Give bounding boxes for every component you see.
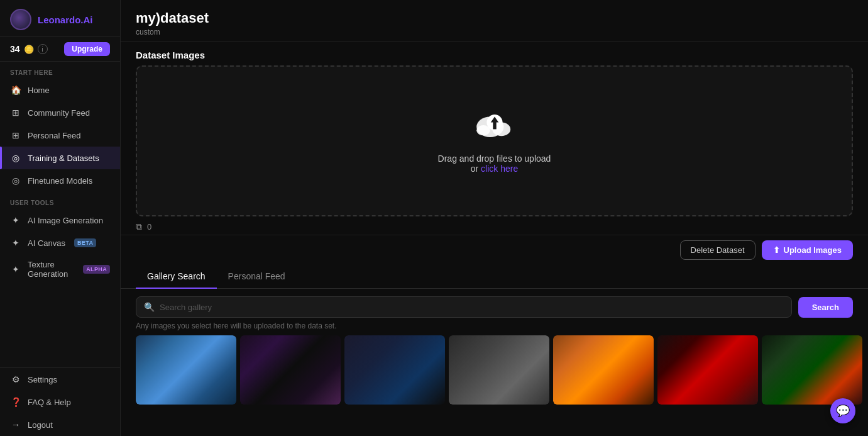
ai-canvas-icon: ✦ [10,237,21,249]
community-feed-icon: ⊞ [10,107,21,118]
tab-gallery-search[interactable]: Gallery Search [136,265,217,289]
credits-count: 34 [10,44,20,54]
gallery-image-4[interactable] [449,335,549,405]
tab-personal-feed[interactable]: Personal Feed [217,265,297,289]
search-row: 🔍 Search [121,289,868,321]
sidebar-item-finetuned-models[interactable]: ◎ Finetuned Models [0,169,120,192]
sidebar-header: Leonardo.Ai [0,0,120,37]
search-input[interactable] [160,303,784,312]
upgrade-button[interactable]: Upgrade [64,42,110,56]
gallery-image-1[interactable] [136,335,236,405]
sidebar-item-label: Personal Feed [28,131,81,140]
gallery-image-7-placeholder [762,335,862,405]
logo-suffix: .Ai [80,14,92,25]
sidebar-item-personal-feed[interactable]: ⊞ Personal Feed [0,124,120,147]
cloud-upload-icon [472,108,517,143]
gallery-image-5-placeholder [553,335,654,405]
upload-images-button[interactable]: ⬆ Upload Images [762,240,853,260]
beta-badge: BETA [74,238,96,247]
sidebar-item-logout[interactable]: → Logout [0,413,120,436]
sidebar-item-texture-generation[interactable]: ✦ Texture Generation ALPHA [0,254,120,284]
gallery-image-6-placeholder [657,335,758,405]
texture-generation-icon: ✦ [10,264,21,275]
sidebar-item-label: Finetuned Models [28,176,92,186]
sidebar-item-label: AI Canvas [28,238,65,248]
home-icon: 🏠 [10,84,21,96]
click-here-link[interactable]: click here [481,164,518,174]
search-hint: Any images you select here will be uploa… [121,321,868,335]
svg-rect-5 [493,121,496,130]
sidebar-item-training-datasets[interactable]: ◎ Training & Datasets [0,147,120,169]
image-count: 0 [147,222,151,232]
section-title: Dataset Images [121,42,868,65]
sidebar-item-label: Texture Generation [28,260,74,279]
gallery-image-1-placeholder [136,335,236,405]
upload-icon-container [472,108,517,146]
gallery-image-3[interactable] [344,335,445,405]
upload-footer: ⧉ 0 [121,216,868,235]
page-header: my)dataset custom [121,0,868,42]
logout-icon: → [10,419,21,430]
copy-icon[interactable]: ⧉ [136,221,142,232]
sidebar-item-label: Training & Datasets [28,154,99,163]
main-content: my)dataset custom Dataset Images Drag an… [121,0,868,436]
sidebar-item-community-feed[interactable]: ⊞ Community Feed [0,101,120,124]
gallery-image-4-placeholder [449,335,549,405]
finetuned-models-icon: ◎ [10,175,21,186]
sidebar-item-home[interactable]: 🏠 Home [0,79,120,101]
page-title: my)dataset [136,10,853,26]
upload-icon-small: ⬆ [773,245,780,255]
gallery-image-5[interactable] [553,335,654,405]
faq-icon: ❓ [10,396,21,408]
sidebar-item-label: Home [28,86,50,95]
sidebar-item-ai-canvas[interactable]: ✦ AI Canvas BETA [0,232,120,254]
gallery-image-2-placeholder [240,335,341,405]
actions-row: Delete Dataset ⬆ Upload Images [121,235,868,265]
gallery-image-3-placeholder [344,335,445,405]
sidebar-item-label: FAQ & Help [28,398,71,407]
upload-area[interactable]: Drag and drop files to upload or click h… [136,65,853,216]
tabs-row: Gallery Search Personal Feed [121,265,868,289]
sidebar: Leonardo.Ai 34 🪙 i Upgrade Start Here 🏠 … [0,0,121,436]
sidebar-item-label: Community Feed [28,108,90,118]
delete-dataset-button[interactable]: Delete Dataset [680,240,755,260]
sidebar-item-ai-image-generation[interactable]: ✦ AI Image Generation [0,209,120,232]
gallery-image-2[interactable] [240,335,341,405]
avatar [10,9,31,30]
image-grid [121,335,868,436]
info-icon[interactable]: i [38,44,48,54]
sidebar-item-label: Logout [28,420,53,430]
sidebar-item-label: Settings [28,375,57,384]
sidebar-item-settings[interactable]: ⚙ Settings [0,368,120,391]
sidebar-item-label: AI Image Generation [28,216,103,225]
search-button[interactable]: Search [798,297,853,318]
coin-icon: 🪙 [24,45,34,54]
personal-feed-icon: ⊞ [10,130,21,141]
upload-text: Drag and drop files to upload or click h… [438,154,551,174]
logo-name: Leonardo [38,14,80,25]
upload-label: Upload Images [784,245,842,255]
sidebar-bottom: ⚙ Settings ❓ FAQ & Help → Logout [0,367,120,436]
sidebar-section-start: Start Here [0,62,120,79]
sidebar-item-faq-help[interactable]: ❓ FAQ & Help [0,391,120,413]
chat-button[interactable]: 💬 [830,398,855,423]
or-text: or [471,164,478,174]
sidebar-section-tools: User Tools [0,192,120,209]
page-subtitle: custom [136,28,853,36]
drag-drop-text: Drag and drop files to upload [438,154,551,164]
search-icon: 🔍 [144,302,155,312]
gallery-image-7[interactable] [762,335,862,405]
logo: Leonardo.Ai [38,14,93,25]
search-input-wrapper: 🔍 [136,296,792,318]
ai-image-generation-icon: ✦ [10,215,21,226]
gallery-image-6[interactable] [657,335,758,405]
settings-icon: ⚙ [10,374,21,385]
chat-icon: 💬 [836,404,850,418]
alpha-badge: ALPHA [83,265,110,274]
training-datasets-icon: ◎ [10,152,21,164]
credits-row: 34 🪙 i Upgrade [0,37,120,62]
